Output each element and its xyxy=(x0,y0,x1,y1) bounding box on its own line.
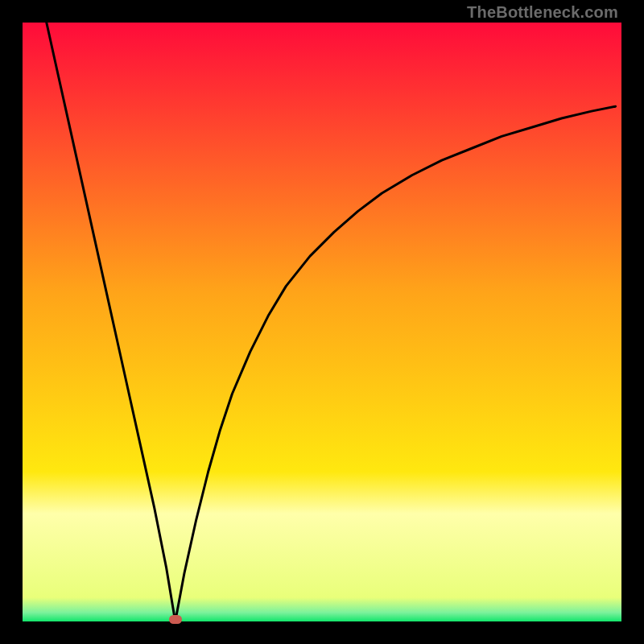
bottleneck-chart xyxy=(23,23,621,621)
optimal-point-marker xyxy=(169,615,182,624)
plot-frame xyxy=(23,23,621,621)
watermark-text: TheBottleneck.com xyxy=(467,3,618,22)
